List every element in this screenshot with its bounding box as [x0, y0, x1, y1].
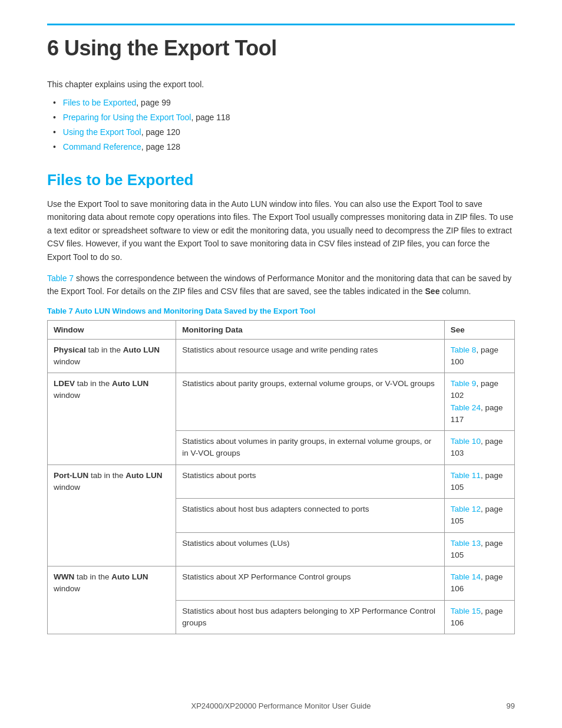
toc-item-2: Preparing for Using the Export Tool, pag…	[53, 111, 515, 124]
cell-see-physical: Table 8, page 100	[444, 339, 514, 373]
cell-see-portlun-3: Table 13, page 105	[444, 532, 514, 566]
cell-window-wwn: WWN tab in the Auto LUN window	[48, 566, 176, 634]
cell-data-portlun-3: Statistics about volumes (LUs)	[176, 532, 445, 566]
cell-data-wwn-1: Statistics about XP Performance Control …	[176, 566, 445, 601]
cell-see-ldev-2: Table 10, page 103	[444, 431, 514, 465]
toc-suffix-2: , page 118	[191, 113, 230, 122]
toc-item-4: Command Reference, page 128	[53, 141, 515, 153]
toc-suffix-3: , page 120	[141, 127, 180, 137]
table-row: LDEV tab in the Auto LUN window Statisti…	[48, 373, 515, 431]
window-label-autolun-1: Auto LUN	[123, 345, 160, 354]
table-row: Physical tab in the Auto LUN window Stat…	[48, 339, 515, 373]
page: 6 Using the Export Tool This chapter exp…	[0, 0, 562, 728]
toc-link-4[interactable]: Command Reference	[63, 142, 141, 151]
cell-see-portlun-2: Table 12, page 105	[444, 499, 514, 533]
cell-data-portlun-1: Statistics about ports	[176, 465, 445, 499]
see-bold: See	[425, 286, 440, 296]
col-header-monitoring: Monitoring Data	[176, 320, 445, 339]
cell-data-ldev-2: Statistics about volumes in parity group…	[176, 431, 445, 465]
top-rule	[47, 24, 515, 25]
window-label-physical: Physical	[54, 345, 86, 354]
col-header-window: Window	[48, 320, 176, 339]
table15-link[interactable]: Table 15	[451, 607, 481, 615]
toc-link-2[interactable]: Preparing for Using the Export Tool	[63, 113, 191, 122]
cell-see-wwn-2: Table 15, page 106	[444, 600, 514, 634]
table8-link[interactable]: Table 8	[451, 345, 477, 354]
toc-item-1: Files to be Exported, page 99	[53, 97, 515, 109]
footer: XP24000/XP20000 Performance Monitor User…	[0, 701, 562, 710]
toc-suffix-1: , page 99	[136, 98, 170, 107]
window-label-autolun-2: Auto LUN	[112, 379, 148, 388]
cell-data-ldev-1: Statistics about parity groups, external…	[176, 373, 445, 431]
table10-link[interactable]: Table 10	[451, 437, 481, 446]
col-header-see: See	[444, 320, 514, 339]
section1-body2: Table 7 shows the correspondence between…	[47, 272, 515, 298]
window-label-portlun: Port-LUN	[54, 471, 88, 480]
cell-window-physical: Physical tab in the Auto LUN window	[48, 339, 176, 373]
cell-see-wwn-1: Table 14, page 106	[444, 566, 514, 601]
chapter-title: 6 Using the Export Tool	[47, 36, 515, 61]
table-caption: Table 7 Auto LUN Windows and Monitoring …	[47, 307, 515, 315]
table-row: WWN tab in the Auto LUN window Statistic…	[48, 566, 515, 601]
toc-link-1[interactable]: Files to be Exported	[63, 98, 137, 107]
toc-item-3: Using the Export Tool, page 120	[53, 126, 515, 139]
toc-link-3[interactable]: Using the Export Tool	[63, 127, 141, 137]
cell-data-wwn-2: Statistics about host bus adapters belon…	[176, 600, 445, 634]
section1-body1: Use the Export Tool to save monitoring d…	[47, 197, 515, 263]
intro-text: This chapter explains using the export t…	[47, 78, 515, 91]
table-header-row: Window Monitoring Data See	[48, 320, 515, 339]
footer-text: XP24000/XP20000 Performance Monitor User…	[0, 701, 562, 710]
cell-see-ldev-1: Table 9, page 102 Table 24, page 117	[444, 373, 514, 431]
cell-see-portlun-1: Table 11, page 105	[444, 465, 514, 499]
cell-data-portlun-2: Statistics about host bus adapters conne…	[176, 499, 445, 533]
table12-link[interactable]: Table 12	[451, 505, 481, 513]
cell-window-portlun: Port-LUN tab in the Auto LUN window	[48, 465, 176, 566]
table7-link-intro[interactable]: Table 7	[47, 274, 74, 283]
window-label-autolun-3: Auto LUN	[125, 471, 162, 480]
table11-link[interactable]: Table 11	[451, 471, 481, 480]
auto-lun-table: Window Monitoring Data See Physical tab …	[47, 320, 515, 635]
footer-page: 99	[507, 701, 515, 710]
table13-link[interactable]: Table 13	[451, 539, 481, 548]
cell-window-ldev: LDEV tab in the Auto LUN window	[48, 373, 176, 465]
window-label-autolun-4: Auto LUN	[111, 572, 148, 581]
window-label-wwn: WWN	[54, 572, 74, 581]
table14-link[interactable]: Table 14	[451, 572, 481, 581]
table9-link[interactable]: Table 9	[451, 379, 477, 388]
toc-suffix-4: , page 128	[141, 142, 180, 151]
table-row: Port-LUN tab in the Auto LUN window Stat…	[48, 465, 515, 499]
table24-link[interactable]: Table 24	[451, 403, 481, 412]
section1-title: Files to be Exported	[47, 171, 515, 189]
toc-list: Files to be Exported, page 99 Preparing …	[47, 97, 515, 153]
window-label-ldev: LDEV	[54, 379, 75, 388]
cell-data-physical: Statistics about resource usage and writ…	[176, 339, 445, 373]
